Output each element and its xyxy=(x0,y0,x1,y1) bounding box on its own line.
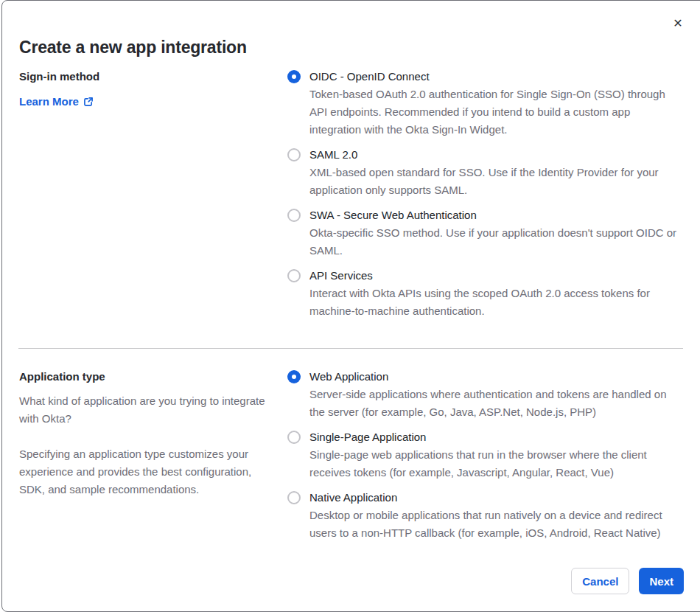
option-label[interactable]: API Services xyxy=(309,267,679,285)
dialog-footer: Cancel Next xyxy=(571,568,684,594)
dialog-title: Create a new app integration xyxy=(19,38,247,58)
radio-unselected-icon[interactable] xyxy=(287,491,301,504)
radio-option-oidc[interactable]: OIDC - OpenID Connect Token-based OAuth … xyxy=(287,68,679,139)
option-description: Desktop or mobile applications that run … xyxy=(309,507,679,542)
radio-unselected-icon[interactable] xyxy=(287,209,301,222)
application-type-options: Web Application Server-side applications… xyxy=(287,368,679,549)
learn-more-label: Learn More xyxy=(19,93,79,111)
radio-selected-icon[interactable] xyxy=(287,70,301,83)
cancel-button[interactable]: Cancel xyxy=(571,568,629,594)
option-description: XML-based open standard for SSO. Use if … xyxy=(309,164,679,199)
section-divider xyxy=(18,348,683,349)
next-button[interactable]: Next xyxy=(639,568,684,594)
option-description: Server-side applications where authentic… xyxy=(309,386,679,421)
radio-option-saml[interactable]: SAML 2.0 XML-based open standard for SSO… xyxy=(287,146,679,199)
close-button[interactable]: ✕ xyxy=(668,13,688,33)
option-description: Single-page web applications that run in… xyxy=(309,446,679,481)
radio-selected-icon[interactable] xyxy=(287,370,301,383)
application-type-helper-2: Specifying an application type customize… xyxy=(19,445,273,498)
option-label[interactable]: OIDC - OpenID Connect xyxy=(309,68,679,86)
radio-option-swa[interactable]: SWA - Secure Web Authentication Okta-spe… xyxy=(287,206,679,260)
option-label[interactable]: SWA - Secure Web Authentication xyxy=(309,206,679,224)
option-label[interactable]: Single-Page Application xyxy=(309,428,679,446)
option-label[interactable]: Native Application xyxy=(309,489,679,507)
option-description: Okta-specific SSO method. Use if your ap… xyxy=(309,224,679,260)
learn-more-link[interactable]: Learn More xyxy=(19,93,94,111)
radio-option-api-services[interactable]: API Services Interact with Okta APIs usi… xyxy=(287,267,679,320)
signin-method-label: Sign-in method xyxy=(19,68,270,86)
radio-unselected-icon[interactable] xyxy=(287,148,301,161)
external-link-icon xyxy=(83,97,94,107)
option-description: Interact with Okta APIs using the scoped… xyxy=(309,285,679,320)
radio-option-web-application[interactable]: Web Application Server-side applications… xyxy=(287,368,679,421)
signin-method-options: OIDC - OpenID Connect Token-based OAuth … xyxy=(287,68,679,327)
application-type-helper-1: What kind of application are you trying … xyxy=(19,392,273,428)
option-label[interactable]: SAML 2.0 xyxy=(309,146,679,164)
radio-unselected-icon[interactable] xyxy=(287,431,301,444)
application-type-label: Application type xyxy=(19,368,273,386)
option-description: Token-based OAuth 2.0 authentication for… xyxy=(309,86,679,139)
radio-option-native-application[interactable]: Native Application Desktop or mobile app… xyxy=(287,489,679,542)
application-type-left-column: Application type What kind of applicatio… xyxy=(19,368,273,498)
signin-method-left-column: Sign-in method Learn More xyxy=(19,68,270,111)
option-label[interactable]: Web Application xyxy=(309,368,679,386)
radio-unselected-icon[interactable] xyxy=(287,269,301,282)
close-icon: ✕ xyxy=(673,16,682,30)
radio-option-single-page-application[interactable]: Single-Page Application Single-page web … xyxy=(287,428,679,481)
